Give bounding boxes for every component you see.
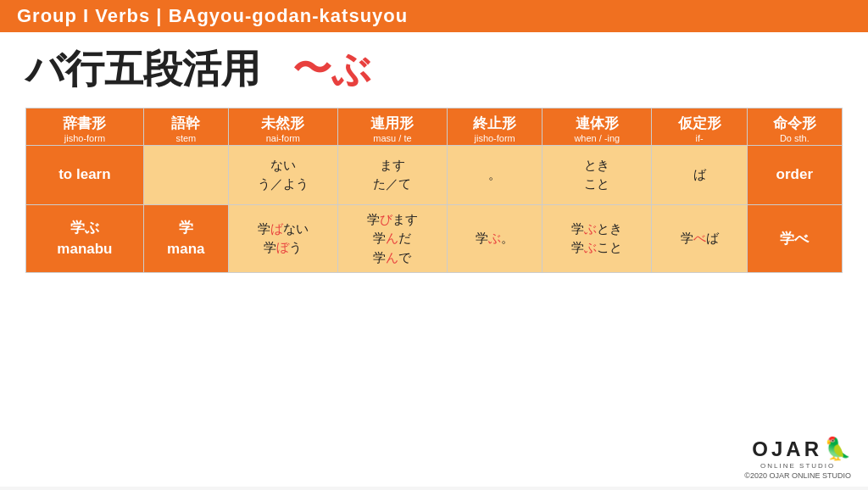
template-jisho: 。: [488, 167, 501, 181]
conjugation-table: 辞書形 jisho-form 語幹 stem 未然形 nai-form 連用形 …: [25, 108, 843, 274]
data-rentai-line1: 学ぶとき: [546, 220, 648, 239]
col-kanji-6: 仮定形: [678, 115, 721, 131]
data-meirei-val: 学べ: [780, 231, 809, 247]
data-masu-line2: 学んだ: [342, 229, 443, 248]
data-col8: 学べ: [747, 204, 842, 273]
template-col4: ます た／て: [337, 145, 447, 204]
data-jisho-val: 学ぶ。: [476, 231, 514, 245]
table-template-row: to learn ない う／よう ます た／て 。 とき こと: [26, 145, 843, 204]
data-col2: 学 mana: [143, 204, 228, 273]
data-nai-line2: 学ぼう: [232, 238, 334, 258]
header-bar: Group I Verbs | BAgyou-godan-katsuyou: [0, 0, 868, 32]
data-stem-kanji: 学: [147, 217, 225, 239]
template-meirei: order: [776, 166, 813, 182]
template-nai-line2: う／よう: [232, 175, 334, 194]
header-title: Group I Verbs | BAgyou-godan-katsuyou: [17, 5, 408, 26]
data-jisho-romaji: manabu: [30, 238, 140, 260]
col-kanji-0: 辞書形: [63, 115, 106, 131]
bird-icon: 🦜: [824, 436, 851, 462]
col-romaji-6: if-: [655, 133, 743, 143]
template-col5: 。: [448, 145, 542, 204]
col-romaji-4: jisho-form: [451, 133, 538, 143]
data-col4: 学びます 学んだ 学んで: [337, 204, 447, 273]
template-katei: ば: [693, 167, 706, 181]
col-header-masu: 連用形 masu / te: [337, 108, 447, 145]
col-romaji-0: jisho-form: [30, 133, 140, 143]
col-romaji-7: Do sth.: [751, 133, 838, 143]
col-header-meirei: 命令形 Do sth.: [747, 108, 842, 145]
template-col8: order: [747, 145, 842, 204]
data-jisho-kanji: 学ぶ: [30, 217, 140, 239]
data-col7: 学べば: [652, 204, 747, 273]
data-stem-romaji: mana: [147, 238, 225, 260]
col-romaji-5: when / -ing: [546, 133, 648, 143]
col-romaji-2: nai-form: [232, 133, 334, 143]
template-masu-line2: た／て: [342, 175, 443, 194]
brand-text: OJAR: [752, 437, 822, 461]
col-header-katei: 仮定形 if-: [652, 108, 747, 145]
template-col2: [143, 145, 228, 204]
col-kanji-7: 命令形: [773, 115, 816, 131]
brand-sub: ONLINE STUDIO: [744, 462, 851, 470]
col-romaji-1: stem: [147, 133, 225, 143]
data-col6: 学ぶとき 学ぶこと: [542, 204, 652, 273]
col-kanji-3: 連用形: [370, 115, 414, 131]
data-col5: 学ぶ。: [448, 204, 542, 273]
data-masu-line3: 学んで: [342, 248, 443, 268]
data-col1: 学ぶ manabu: [26, 204, 144, 273]
col-header-jisho: 辞書形 jisho-form: [26, 108, 144, 145]
title-japanese: バ行五段活用: [25, 47, 260, 91]
table-header-row: 辞書形 jisho-form 語幹 stem 未然形 nai-form 連用形 …: [26, 108, 843, 145]
template-rentai-line2: こと: [546, 175, 648, 194]
col-header-rentai: 連体形 when / -ing: [542, 108, 652, 145]
main-content: バ行五段活用 〜ぶ 辞書形 jisho-form 語幹 stem 未然形 nai…: [0, 32, 868, 487]
footer-logo: OJAR 🦜 ONLINE STUDIO ©2020 OJAR ONLINE S…: [744, 436, 851, 480]
copyright-text: ©2020 OJAR ONLINE STUDIO: [744, 471, 851, 480]
data-katei-val: 学べば: [681, 231, 719, 245]
page-title: バ行五段活用 〜ぶ: [25, 47, 843, 91]
template-col6: とき こと: [542, 145, 652, 204]
col-header-jisho2: 終止形 jisho-form: [448, 108, 542, 145]
data-col3: 学ばない 学ぼう: [228, 204, 337, 273]
col-kanji-5: 連体形: [576, 115, 619, 131]
col-romaji-3: masu / te: [342, 133, 443, 143]
data-rentai-line2: 学ぶこと: [546, 238, 648, 258]
col-kanji-1: 語幹: [171, 115, 200, 131]
template-tolearn: to learn: [58, 166, 110, 182]
template-col7: ば: [652, 145, 747, 204]
col-kanji-4: 終止形: [473, 115, 516, 131]
col-header-nai: 未然形 nai-form: [228, 108, 337, 145]
template-col3: ない う／よう: [228, 145, 337, 204]
data-masu-line1: 学びます: [342, 210, 443, 230]
col-header-stem: 語幹 stem: [143, 108, 228, 145]
table-data-row: 学ぶ manabu 学 mana 学ばない 学ぼう: [26, 204, 843, 273]
template-col1: to learn: [26, 145, 144, 204]
template-rentai-line1: とき: [546, 156, 648, 175]
template-nai-line1: ない: [232, 156, 334, 175]
col-kanji-2: 未然形: [261, 115, 304, 131]
title-suffix: 〜ぶ: [292, 47, 371, 91]
template-masu-line1: ます: [342, 156, 443, 175]
data-nai-line1: 学ばない: [232, 220, 334, 239]
